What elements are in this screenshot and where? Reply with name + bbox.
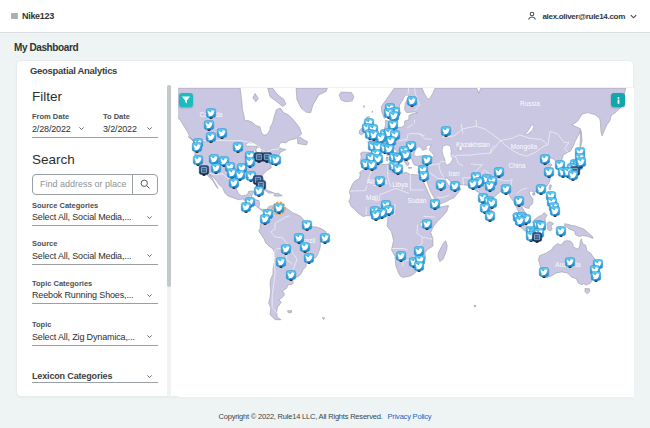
map-marker-tweet[interactable] [422, 156, 432, 167]
map-marker-tweet[interactable] [320, 234, 330, 245]
lexicon-categories-label: Lexicon Categories [32, 371, 112, 381]
map-marker-tweet[interactable] [286, 271, 296, 282]
map-marker-tweet[interactable] [217, 129, 227, 140]
map-marker-tweet[interactable] [206, 109, 216, 120]
from-date-label: From Date [32, 112, 85, 121]
map-marker-tweet[interactable] [576, 158, 586, 169]
map-marker-tweet[interactable] [241, 203, 251, 214]
map-marker-tweet[interactable] [514, 197, 524, 208]
select-value: Select All, Zig Dynamica,... [32, 332, 135, 342]
map-country-label: Libya [392, 181, 408, 189]
map-marker-tweet[interactable] [245, 158, 255, 169]
brand-name[interactable]: Nike123 [22, 11, 54, 21]
select-value: Select All, Social Media,... [32, 251, 131, 261]
copyright-text: Copyright © 2022, Rule14 LLC, All Rights… [219, 412, 383, 421]
map-marker-tweet[interactable] [271, 156, 281, 167]
scrollbar-thumb[interactable] [167, 85, 171, 287]
select-label: Source [32, 239, 158, 248]
map-country-label: Iran [448, 170, 460, 177]
map-marker-tweet[interactable] [430, 200, 440, 211]
search-box [32, 174, 158, 195]
from-date-select[interactable]: 2/28/2022 [32, 123, 85, 134]
filter-panel: Filter From Date 2/28/2022 To Date 3/2/2… [32, 89, 158, 397]
map-marker-tweet[interactable] [206, 133, 216, 144]
select-source[interactable]: Select All, Social Media,... [32, 250, 153, 261]
map-marker-tweet[interactable] [254, 187, 264, 198]
world-map[interactable]: CanadaRussiaKazakhstanMongoliaChinaIranA… [178, 87, 634, 397]
map-marker-tweet[interactable] [260, 215, 270, 226]
map-country-label: Sudan [408, 197, 427, 204]
map-marker-tweet[interactable] [591, 272, 601, 283]
map-marker-tweet[interactable] [393, 165, 403, 176]
map-marker-tweet[interactable] [414, 262, 424, 273]
map-marker-tweet[interactable] [375, 177, 385, 188]
search-heading: Search [32, 152, 158, 167]
search-input[interactable] [33, 175, 132, 194]
map-marker-tweet[interactable] [565, 258, 575, 269]
map-country-label: Mali [366, 194, 378, 201]
select-source-categories[interactable]: Select All, Social Media,... [32, 212, 153, 223]
map-marker-tweet[interactable] [396, 252, 406, 263]
select-topic[interactable]: Select All, Zig Dynamica,... [32, 331, 153, 342]
chevron-down-icon [629, 12, 638, 21]
search-icon [139, 178, 151, 190]
map-marker-tweet[interactable] [300, 243, 310, 254]
map-marker-tweet[interactable] [436, 181, 446, 192]
map-marker-tweet[interactable] [276, 258, 286, 269]
map-filter-button[interactable] [179, 93, 193, 107]
map-marker-tweet[interactable] [233, 143, 243, 154]
chevron-down-icon [146, 252, 153, 259]
map-marker-tweet[interactable] [407, 97, 417, 108]
lexicon-categories-toggle[interactable]: Lexicon Categories [32, 371, 153, 382]
map-marker-tweet[interactable] [422, 220, 432, 231]
map-marker-tweet[interactable] [485, 212, 495, 223]
map-marker-tweet[interactable] [494, 168, 504, 179]
map-marker-cluster[interactable] [199, 166, 209, 177]
user-menu[interactable]: alex.oliver@rule14.com [526, 10, 638, 22]
map-marker-tweet[interactable] [193, 156, 203, 167]
map-marker-tweet[interactable] [302, 221, 312, 232]
chevron-down-icon [146, 373, 153, 380]
map-marker-tweet[interactable] [468, 180, 478, 191]
map-marker-tweet[interactable] [204, 121, 214, 132]
map-marker-tweet[interactable] [501, 185, 511, 196]
map-marker-tweet[interactable] [550, 207, 560, 218]
select-label: Source Categories [32, 201, 158, 210]
select-topic-categories[interactable]: Reebok Running Shoes,... [32, 290, 153, 301]
filter-funnel-icon [181, 95, 191, 105]
menu-icon[interactable] [11, 13, 18, 19]
map-marker-tweet[interactable] [539, 268, 549, 279]
to-date-value: 3/2/2022 [103, 124, 137, 134]
map-marker-tweet[interactable] [419, 172, 429, 183]
map-marker-tweet[interactable] [229, 179, 239, 190]
search-button[interactable] [132, 175, 157, 194]
map-marker-tweet[interactable] [367, 161, 377, 172]
map-country-label: Kazakhstan [456, 141, 490, 148]
privacy-policy-link[interactable]: Privacy Policy [388, 412, 432, 421]
map-marker-tweet[interactable] [515, 217, 525, 228]
map-marker-tweet[interactable] [371, 211, 381, 222]
map-marker-tweet[interactable] [544, 168, 554, 179]
top-bar: Nike123 alex.oliver@rule14.com [0, 0, 650, 33]
filter-panel-scrollbar[interactable] [167, 85, 171, 397]
card-title: Geospatial Analytics [30, 65, 117, 76]
chevron-down-icon [146, 214, 153, 221]
map-marker-tweet[interactable] [450, 182, 460, 193]
map-marker-tweet[interactable] [485, 182, 495, 193]
map-marker-tweet[interactable] [281, 245, 291, 256]
select-value: Reebok Running Shoes,... [32, 290, 133, 300]
map-marker-tweet[interactable] [192, 143, 202, 154]
to-date-select[interactable]: 3/2/2022 [103, 123, 153, 134]
geospatial-analytics-card: Geospatial Analytics Filter From Date 2/… [16, 60, 634, 397]
map-marker-tweet[interactable] [441, 127, 451, 138]
map-marker-tweet[interactable] [556, 227, 566, 238]
map-marker-tweet[interactable] [401, 151, 411, 162]
map-marker-tweet[interactable] [211, 164, 221, 175]
footer: Copyright © 2022, Rule14 LLC, All Rights… [0, 404, 650, 428]
map-marker-tweet[interactable] [304, 254, 314, 265]
map-info-button[interactable] [611, 93, 625, 107]
map-marker-tweet[interactable] [568, 171, 578, 182]
map-marker-cluster[interactable] [532, 233, 542, 244]
map-marker-tweet[interactable] [540, 155, 550, 166]
map-marker-tweet[interactable] [536, 185, 546, 196]
